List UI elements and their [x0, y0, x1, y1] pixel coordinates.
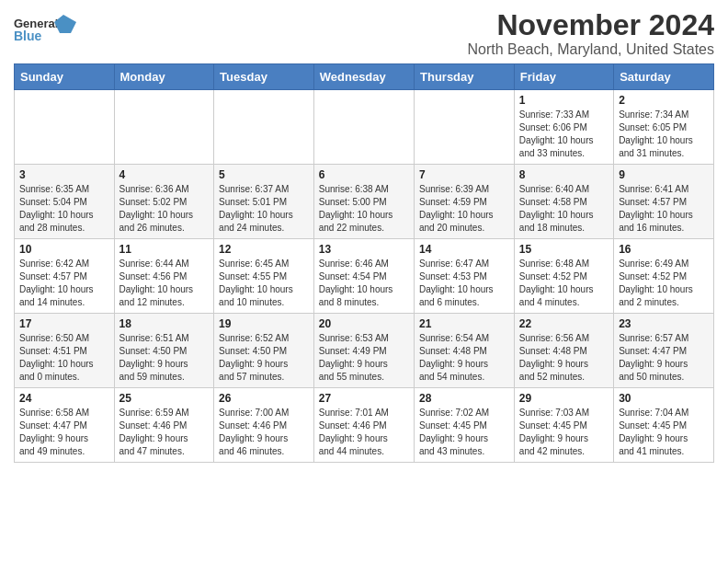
- calendar-cell: [415, 90, 515, 165]
- calendar-week-5: 24Sunrise: 6:58 AM Sunset: 4:47 PM Dayli…: [15, 388, 714, 463]
- day-number: 12: [219, 243, 309, 256]
- page-subtitle: North Beach, Maryland, United States: [467, 41, 714, 58]
- day-number: 24: [19, 392, 109, 405]
- calendar-cell: 21Sunrise: 6:54 AM Sunset: 4:48 PM Dayli…: [415, 314, 515, 388]
- calendar-cell: 25Sunrise: 6:59 AM Sunset: 4:46 PM Dayli…: [114, 388, 214, 463]
- day-info: Sunrise: 6:39 AM Sunset: 4:59 PM Dayligh…: [419, 183, 509, 235]
- page-header: GeneralBlue November 2024 North Beach, M…: [14, 9, 714, 58]
- day-number: 27: [319, 392, 409, 405]
- calendar-cell: [214, 90, 314, 165]
- day-info: Sunrise: 6:46 AM Sunset: 4:54 PM Dayligh…: [319, 258, 409, 309]
- calendar-cell: 24Sunrise: 6:58 AM Sunset: 4:47 PM Dayli…: [15, 388, 115, 463]
- calendar-cell: 9Sunrise: 6:41 AM Sunset: 4:57 PM Daylig…: [614, 165, 714, 239]
- day-number: 7: [419, 168, 509, 181]
- day-number: 15: [519, 243, 609, 256]
- calendar-cell: 1Sunrise: 7:33 AM Sunset: 6:06 PM Daylig…: [514, 90, 613, 165]
- day-number: 14: [419, 243, 509, 256]
- calendar-header-monday: Monday: [114, 64, 214, 90]
- calendar-cell: 17Sunrise: 6:50 AM Sunset: 4:51 PM Dayli…: [15, 314, 115, 388]
- day-info: Sunrise: 6:52 AM Sunset: 4:50 PM Dayligh…: [219, 332, 309, 384]
- calendar-cell: 20Sunrise: 6:53 AM Sunset: 4:49 PM Dayli…: [313, 314, 414, 388]
- day-number: 23: [619, 317, 709, 330]
- calendar-table: SundayMondayTuesdayWednesdayThursdayFrid…: [14, 63, 714, 463]
- calendar-cell: 11Sunrise: 6:44 AM Sunset: 4:56 PM Dayli…: [114, 239, 214, 314]
- calendar-week-3: 10Sunrise: 6:42 AM Sunset: 4:57 PM Dayli…: [15, 239, 714, 314]
- day-number: 4: [119, 168, 210, 181]
- day-number: 1: [519, 94, 609, 107]
- calendar-header-row: SundayMondayTuesdayWednesdayThursdayFrid…: [15, 64, 714, 90]
- day-number: 30: [619, 392, 709, 405]
- calendar-header-wednesday: Wednesday: [313, 64, 414, 90]
- day-number: 17: [19, 317, 109, 330]
- day-number: 3: [19, 168, 109, 181]
- calendar-cell: 26Sunrise: 7:00 AM Sunset: 4:46 PM Dayli…: [214, 388, 314, 463]
- calendar-week-1: 1Sunrise: 7:33 AM Sunset: 6:06 PM Daylig…: [15, 90, 714, 165]
- day-info: Sunrise: 6:59 AM Sunset: 4:46 PM Dayligh…: [119, 407, 210, 458]
- day-info: Sunrise: 6:42 AM Sunset: 4:57 PM Dayligh…: [19, 258, 109, 309]
- svg-text:Blue: Blue: [14, 29, 42, 43]
- day-number: 28: [419, 392, 509, 405]
- day-info: Sunrise: 6:57 AM Sunset: 4:47 PM Dayligh…: [619, 332, 709, 384]
- day-info: Sunrise: 6:35 AM Sunset: 5:04 PM Dayligh…: [19, 183, 109, 235]
- calendar-cell: 18Sunrise: 6:51 AM Sunset: 4:50 PM Dayli…: [114, 314, 214, 388]
- day-number: 10: [19, 243, 109, 256]
- calendar-cell: 15Sunrise: 6:48 AM Sunset: 4:52 PM Dayli…: [514, 239, 613, 314]
- day-info: Sunrise: 7:01 AM Sunset: 4:46 PM Dayligh…: [319, 407, 409, 458]
- day-number: 9: [619, 168, 709, 181]
- day-number: 25: [119, 392, 210, 405]
- calendar-cell: 14Sunrise: 6:47 AM Sunset: 4:53 PM Dayli…: [415, 239, 515, 314]
- day-info: Sunrise: 7:03 AM Sunset: 4:45 PM Dayligh…: [519, 407, 609, 458]
- calendar-cell: 13Sunrise: 6:46 AM Sunset: 4:54 PM Dayli…: [313, 239, 414, 314]
- calendar-week-4: 17Sunrise: 6:50 AM Sunset: 4:51 PM Dayli…: [15, 314, 714, 388]
- day-number: 6: [319, 168, 409, 181]
- day-info: Sunrise: 6:41 AM Sunset: 4:57 PM Dayligh…: [619, 183, 709, 235]
- day-info: Sunrise: 7:02 AM Sunset: 4:45 PM Dayligh…: [419, 407, 509, 458]
- day-number: 29: [519, 392, 609, 405]
- day-number: 11: [119, 243, 210, 256]
- day-number: 13: [319, 243, 409, 256]
- day-info: Sunrise: 6:36 AM Sunset: 5:02 PM Dayligh…: [119, 183, 210, 235]
- day-number: 5: [219, 168, 309, 181]
- day-info: Sunrise: 7:33 AM Sunset: 6:06 PM Dayligh…: [519, 109, 609, 160]
- calendar-cell: [313, 90, 414, 165]
- calendar-header-sunday: Sunday: [15, 64, 115, 90]
- calendar-cell: 19Sunrise: 6:52 AM Sunset: 4:50 PM Dayli…: [214, 314, 314, 388]
- day-info: Sunrise: 6:58 AM Sunset: 4:47 PM Dayligh…: [19, 407, 109, 458]
- day-info: Sunrise: 6:51 AM Sunset: 4:50 PM Dayligh…: [119, 332, 210, 384]
- calendar-cell: 8Sunrise: 6:40 AM Sunset: 4:58 PM Daylig…: [514, 165, 613, 239]
- calendar-header-tuesday: Tuesday: [214, 64, 314, 90]
- day-number: 20: [319, 317, 409, 330]
- day-info: Sunrise: 6:53 AM Sunset: 4:49 PM Dayligh…: [319, 332, 409, 384]
- page-title: November 2024: [467, 9, 714, 41]
- calendar-cell: 16Sunrise: 6:49 AM Sunset: 4:52 PM Dayli…: [614, 239, 714, 314]
- day-info: Sunrise: 7:00 AM Sunset: 4:46 PM Dayligh…: [219, 407, 309, 458]
- calendar-cell: 10Sunrise: 6:42 AM Sunset: 4:57 PM Dayli…: [15, 239, 115, 314]
- title-area: November 2024 North Beach, Maryland, Uni…: [467, 9, 714, 58]
- day-number: 8: [519, 168, 609, 181]
- calendar-cell: 5Sunrise: 6:37 AM Sunset: 5:01 PM Daylig…: [214, 165, 314, 239]
- day-number: 16: [619, 243, 709, 256]
- calendar-cell: 30Sunrise: 7:04 AM Sunset: 4:45 PM Dayli…: [614, 388, 714, 463]
- calendar-cell: 7Sunrise: 6:39 AM Sunset: 4:59 PM Daylig…: [415, 165, 515, 239]
- day-info: Sunrise: 6:48 AM Sunset: 4:52 PM Dayligh…: [519, 258, 609, 309]
- day-number: 19: [219, 317, 309, 330]
- day-number: 22: [519, 317, 609, 330]
- day-info: Sunrise: 6:38 AM Sunset: 5:00 PM Dayligh…: [319, 183, 409, 235]
- day-info: Sunrise: 6:45 AM Sunset: 4:55 PM Dayligh…: [219, 258, 309, 309]
- day-number: 18: [119, 317, 210, 330]
- day-info: Sunrise: 7:34 AM Sunset: 6:05 PM Dayligh…: [619, 109, 709, 160]
- calendar-week-2: 3Sunrise: 6:35 AM Sunset: 5:04 PM Daylig…: [15, 165, 714, 239]
- day-info: Sunrise: 6:54 AM Sunset: 4:48 PM Dayligh…: [419, 332, 509, 384]
- calendar-cell: 4Sunrise: 6:36 AM Sunset: 5:02 PM Daylig…: [114, 165, 214, 239]
- logo: GeneralBlue: [14, 13, 78, 50]
- day-info: Sunrise: 6:47 AM Sunset: 4:53 PM Dayligh…: [419, 258, 509, 309]
- day-number: 2: [619, 94, 709, 107]
- day-info: Sunrise: 6:50 AM Sunset: 4:51 PM Dayligh…: [19, 332, 109, 384]
- calendar-header-friday: Friday: [514, 64, 613, 90]
- calendar-cell: 22Sunrise: 6:56 AM Sunset: 4:48 PM Dayli…: [514, 314, 613, 388]
- day-number: 26: [219, 392, 309, 405]
- day-number: 21: [419, 317, 509, 330]
- day-info: Sunrise: 6:44 AM Sunset: 4:56 PM Dayligh…: [119, 258, 210, 309]
- calendar-cell: 28Sunrise: 7:02 AM Sunset: 4:45 PM Dayli…: [415, 388, 515, 463]
- calendar-cell: [15, 90, 115, 165]
